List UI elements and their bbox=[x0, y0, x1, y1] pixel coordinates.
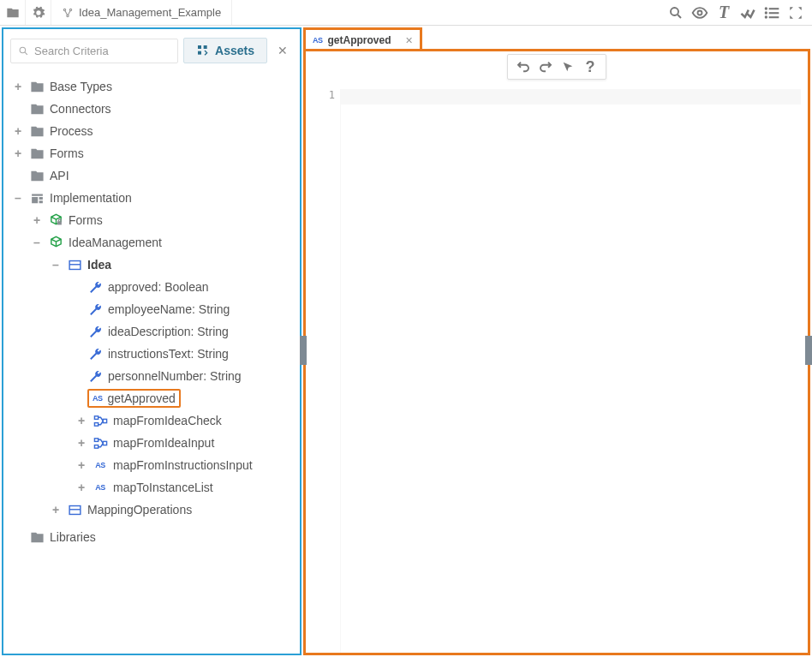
tree-node-forms[interactable]: + Forms bbox=[7, 142, 296, 164]
script-icon: AS bbox=[313, 36, 323, 45]
collapse-icon[interactable]: – bbox=[31, 236, 43, 249]
project-tab[interactable]: Idea_Management_Example bbox=[51, 0, 232, 25]
tree-node-getapproved[interactable]: AS getApproved bbox=[7, 387, 296, 409]
expand-icon[interactable]: + bbox=[75, 436, 87, 450]
tree-node-employeename[interactable]: employeeName: String bbox=[7, 298, 296, 320]
tree-label: Process bbox=[50, 124, 93, 138]
entity-icon bbox=[67, 257, 82, 272]
tree-node-mapfrominstructionsinput[interactable]: + AS mapFromInstructionsInput bbox=[7, 454, 296, 476]
editor-toolbar: ? bbox=[507, 54, 606, 80]
wrench-icon bbox=[87, 346, 103, 361]
cube-icon bbox=[48, 235, 63, 250]
tree-label: employeeName: String bbox=[108, 302, 230, 316]
svg-rect-21 bbox=[94, 445, 98, 448]
gear-icon[interactable] bbox=[26, 0, 51, 25]
tree-label: API bbox=[50, 169, 69, 182]
collapse-icon[interactable]: – bbox=[50, 258, 62, 272]
svg-point-0 bbox=[63, 9, 65, 10]
cursor-icon[interactable] bbox=[558, 57, 578, 76]
search-icon[interactable] bbox=[665, 2, 687, 24]
tree-label: mapFromInstructionsInput bbox=[113, 458, 253, 472]
tree-node-libraries[interactable]: Libraries bbox=[7, 526, 296, 548]
expand-icon[interactable]: + bbox=[12, 124, 24, 138]
collapse-icon[interactable]: – bbox=[12, 191, 24, 205]
svg-point-5 bbox=[765, 7, 767, 9]
expand-icon[interactable]: + bbox=[12, 80, 24, 93]
assets-toggle[interactable]: Assets bbox=[183, 38, 267, 63]
svg-point-11 bbox=[20, 47, 26, 53]
tree-node-impl-forms[interactable]: + Forms bbox=[7, 209, 296, 231]
tree-label: approved: Boolean bbox=[108, 280, 209, 294]
tree-node-mapfromideacheck[interactable]: + mapFromIdeaCheck bbox=[7, 409, 296, 432]
asset-tree: + Base Types Connectors + Process + Form… bbox=[3, 72, 300, 654]
expand-icon[interactable]: + bbox=[12, 146, 24, 160]
text-icon[interactable]: T bbox=[713, 2, 735, 24]
tree-node-ideamanagement[interactable]: – IdeaManagement bbox=[7, 231, 296, 254]
selected-node-highlight: AS getApproved bbox=[87, 389, 181, 408]
tree-node-instructionstext[interactable]: instructionsText: String bbox=[7, 343, 296, 365]
svg-point-4 bbox=[698, 10, 702, 15]
tree-node-implementation[interactable]: – Implementation bbox=[7, 187, 296, 209]
expand-icon[interactable]: + bbox=[75, 414, 87, 427]
tree-node-ideadescription[interactable]: ideaDescription: String bbox=[7, 320, 296, 343]
script-icon: AS bbox=[93, 394, 103, 403]
folder-menu-icon[interactable] bbox=[0, 0, 26, 25]
mapping-icon bbox=[93, 413, 108, 428]
expand-icon[interactable]: + bbox=[50, 503, 62, 517]
folder-icon bbox=[29, 168, 45, 183]
svg-point-1 bbox=[69, 9, 71, 10]
tree-node-process[interactable]: + Process bbox=[7, 120, 296, 142]
script-icon: AS bbox=[93, 483, 108, 492]
svg-rect-8 bbox=[769, 12, 779, 14]
folder-icon bbox=[29, 529, 45, 545]
tree-node-idea[interactable]: – Idea bbox=[7, 254, 296, 276]
validate-icon[interactable] bbox=[737, 2, 759, 24]
tree-label: Idea bbox=[87, 258, 111, 272]
eye-icon[interactable] bbox=[689, 2, 711, 24]
redo-icon[interactable] bbox=[535, 57, 556, 76]
svg-point-3 bbox=[671, 8, 678, 15]
expand-icon[interactable] bbox=[785, 2, 807, 24]
editor-panel: AS getApproved ✕ ? 1 bbox=[303, 27, 810, 655]
top-actions: T bbox=[665, 0, 812, 25]
list-icon[interactable] bbox=[761, 2, 783, 24]
project-explorer: Search Criteria Assets ✕ + Base Types Co… bbox=[2, 27, 302, 655]
splitter-left[interactable] bbox=[300, 336, 307, 365]
tree-node-base-types[interactable]: + Base Types bbox=[7, 75, 296, 98]
splitter-right[interactable] bbox=[805, 336, 812, 365]
code-editor[interactable] bbox=[340, 89, 808, 653]
expand-icon[interactable]: + bbox=[31, 213, 43, 227]
tree-label: Forms bbox=[69, 213, 103, 227]
tree-node-api[interactable]: API bbox=[7, 164, 296, 187]
search-input[interactable]: Search Criteria bbox=[10, 39, 178, 63]
tree-node-personnelnumber[interactable]: personnelNumber: String bbox=[7, 365, 296, 387]
tree-node-maptoinstancelist[interactable]: + AS mapToInstanceList bbox=[7, 476, 296, 499]
wrench-icon bbox=[87, 324, 103, 339]
entity-icon bbox=[67, 502, 82, 517]
svg-point-2 bbox=[67, 15, 69, 16]
folder-icon bbox=[29, 79, 45, 94]
wrench-icon bbox=[87, 368, 103, 384]
implementation-icon bbox=[29, 190, 45, 206]
tree-node-mappingoperations[interactable]: + MappingOperations bbox=[7, 499, 296, 521]
close-icon[interactable]: ✕ bbox=[405, 35, 413, 46]
expand-icon[interactable]: + bbox=[75, 481, 87, 494]
tree-node-connectors[interactable]: Connectors bbox=[7, 98, 296, 120]
editor-tab-getapproved[interactable]: AS getApproved ✕ bbox=[303, 27, 422, 51]
search-placeholder: Search Criteria bbox=[34, 45, 109, 57]
tree-label: Forms bbox=[50, 146, 84, 160]
expand-icon[interactable]: + bbox=[75, 458, 87, 472]
line-number: 1 bbox=[306, 89, 335, 101]
folder-icon bbox=[29, 146, 45, 161]
tree-label: mapFromIdeaCheck bbox=[113, 414, 222, 427]
tree-label: MappingOperations bbox=[87, 503, 192, 517]
close-icon[interactable]: ✕ bbox=[272, 44, 293, 57]
tree-label: instructionsText: String bbox=[108, 347, 229, 361]
tree-label: mapToInstanceList bbox=[113, 481, 213, 494]
wrench-icon bbox=[87, 279, 103, 295]
tree-node-approved[interactable]: approved: Boolean bbox=[7, 276, 296, 298]
tree-node-mapfromideainput[interactable]: + mapFromIdeaInput bbox=[7, 432, 296, 454]
cube-lock-icon bbox=[48, 212, 63, 228]
undo-icon[interactable] bbox=[513, 57, 534, 76]
help-icon[interactable]: ? bbox=[580, 57, 600, 76]
